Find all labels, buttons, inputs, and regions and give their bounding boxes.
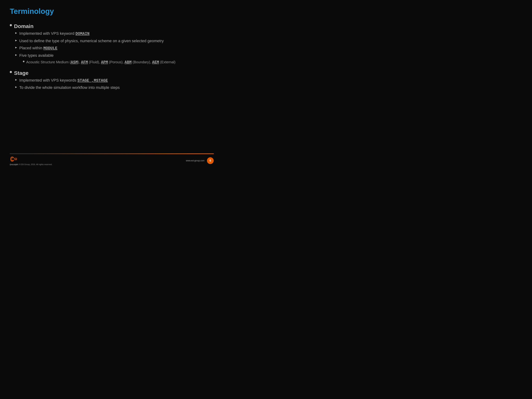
footer-right: www.esi-group.com 6 (186, 157, 214, 164)
keyword-module: MODULE (44, 46, 57, 51)
stage-label: Stage (14, 70, 29, 76)
stage-sub-text-2: To divide the whole simulation workflow … (19, 85, 120, 90)
main-list: Domain ► Implemented with VPS keyword DO… (10, 23, 214, 90)
logo-svg: SI (10, 156, 19, 163)
bullet-dot-stage (10, 71, 12, 73)
stage-sub-item-2: ► To divide the whole simulation workflo… (15, 85, 214, 90)
domain-sub-item-1: ► Implemented with VPS keyword DOMAIN (15, 31, 214, 37)
list-item-domain: Domain ► Implemented with VPS keyword DO… (10, 23, 214, 66)
slide: Terminology Domain ► Implemented with VP… (0, 0, 223, 168)
domain-sub-text-4: Five types available (19, 53, 54, 58)
svg-text:SI: SI (14, 157, 17, 161)
domain-sub-4-container: Five types available Acoustic Structure … (19, 53, 176, 66)
esi-logo-svg: SI (10, 156, 19, 162)
bullet-dot-domain (10, 24, 12, 26)
domain-sub-item-2: ► Used to define the type of physics, nu… (15, 38, 214, 44)
arrow-stage-1: ► (15, 78, 18, 81)
arrow-4: ► (15, 53, 18, 57)
small-dot-1 (23, 61, 25, 62)
arrow-stage-2: ► (15, 85, 18, 89)
arrow-3: ► (15, 46, 18, 49)
acoustic-text: Acoustic Structure Medium (ASM), AFM (Fl… (26, 59, 176, 65)
domain-sub-list: ► Implemented with VPS keyword DOMAIN ► … (15, 31, 214, 66)
domain-sub-text-3: Placed within MODULE (19, 45, 57, 51)
stage-sub-list: ► Implemented with VPS keywords STAGE ,M… (15, 77, 214, 91)
footer: SI get it right® Copyright © ESI Group, … (0, 153, 223, 168)
stage-sub-item-1: ► Implemented with VPS keywords STAGE ,M… (15, 77, 214, 83)
keyword-apm: APM (101, 60, 108, 64)
domain-sub-item-3: ► Placed within MODULE (15, 45, 214, 51)
arrow-1: ► (15, 32, 18, 35)
slide-title: Terminology (10, 7, 214, 16)
page-number: 6 (210, 159, 211, 162)
sub-sub-list: Acoustic Structure Medium (ASM), AFM (Fl… (23, 59, 176, 65)
arrow-2: ► (15, 39, 18, 42)
domain-sub-item-4: ► Five types available Acoustic Structur… (15, 53, 214, 66)
keyword-afm: AFM (81, 60, 88, 64)
stage-sub-text-1: Implemented with VPS keywords STAGE ,MST… (19, 77, 108, 83)
keyword-aem: AEM (152, 60, 159, 64)
domain-label: Domain (14, 23, 33, 30)
footer-copyright: Copyright © ESI Group, 2016. All rights … (10, 163, 52, 165)
keyword-abm: ABM (125, 60, 132, 64)
keyword-stage: STAGE ,MSTAGE (77, 78, 108, 83)
footer-url: www.esi-group.com (186, 159, 204, 162)
domain-sub-text-2: Used to define the type of physics, nume… (19, 38, 164, 44)
footer-bottom: SI get it right® Copyright © ESI Group, … (0, 154, 223, 168)
domain-sub-text-1: Implemented with VPS keyword DOMAIN (19, 31, 89, 37)
slide-content: Domain ► Implemented with VPS keyword DO… (10, 23, 214, 90)
sub-sub-item-1: Acoustic Structure Medium (ASM), AFM (Fl… (23, 59, 176, 65)
stage-bullet: Stage (10, 70, 214, 76)
list-item-stage: Stage ► Implemented with VPS keywords ST… (10, 70, 214, 91)
keyword-asm: ASM (71, 60, 78, 64)
page-number-badge: 6 (207, 157, 214, 164)
keyword-domain: DOMAIN (76, 32, 89, 36)
domain-bullet: Domain (10, 23, 214, 30)
